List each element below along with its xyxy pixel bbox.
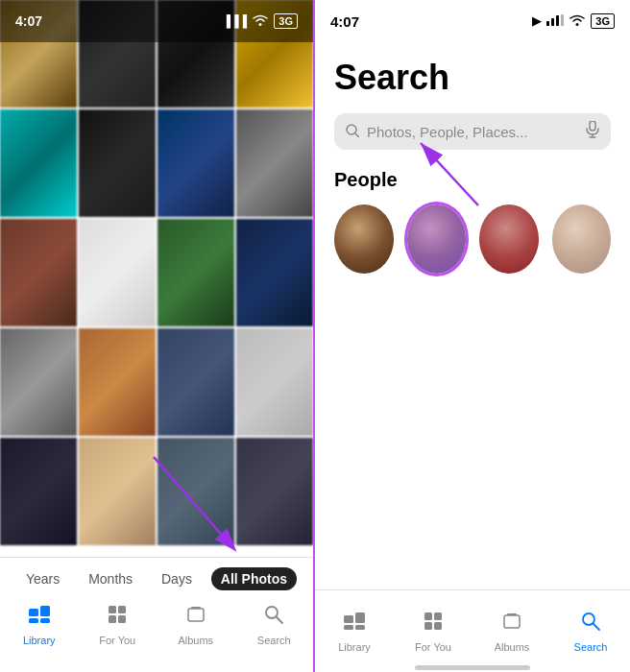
svg-point-19 [576, 23, 579, 26]
for-you-icon [107, 604, 128, 631]
right-tab-library[interactable]: Library [326, 611, 383, 653]
photo-cell [236, 438, 313, 545]
left-tab-items: Library For You [0, 598, 313, 646]
right-albums-icon [501, 611, 522, 637]
photo-cell [236, 328, 313, 436]
svg-rect-27 [344, 615, 353, 623]
svg-rect-15 [546, 21, 549, 26]
svg-point-37 [583, 613, 594, 625]
photo-cell [79, 219, 156, 326]
albums-icon [185, 604, 206, 631]
left-time: 4:07 [15, 13, 42, 29]
right-battery-icon: 3G [591, 13, 615, 29]
svg-rect-12 [191, 607, 201, 609]
battery-icon: 3G [274, 13, 298, 29]
photo-grid [0, 0, 313, 538]
left-tab-library[interactable]: Library [11, 604, 68, 646]
right-tab-library-label: Library [338, 641, 371, 653]
filter-years[interactable]: Years [16, 567, 69, 590]
library-icon [28, 604, 51, 631]
svg-line-14 [277, 617, 282, 623]
person-avatar-2[interactable] [407, 204, 467, 274]
photo-cell [158, 328, 234, 436]
right-tab-bar: Library For You Albums [315, 589, 630, 666]
right-status-icons: ▶ 3G [532, 13, 615, 29]
svg-rect-10 [118, 615, 126, 623]
photo-cell [236, 219, 313, 326]
right-panel: 4:07 ▶ 3G Search [315, 0, 630, 672]
right-wifi-icon [569, 14, 585, 29]
filter-months[interactable]: Months [79, 567, 142, 590]
photo-cell [0, 438, 77, 545]
wifi-icon [253, 14, 268, 29]
left-tab-albums-label: Albums [178, 635, 213, 646]
people-row [334, 204, 611, 274]
right-library-icon [343, 611, 366, 637]
svg-line-21 [355, 133, 359, 137]
svg-rect-32 [434, 612, 442, 620]
right-tab-for-you[interactable]: For You [404, 611, 462, 653]
left-status-icons: ▐▐▐ 3G [223, 13, 298, 29]
svg-rect-11 [188, 609, 204, 621]
left-tab-albums[interactable]: Albums [167, 604, 225, 646]
photo-cell [0, 109, 77, 217]
right-tab-search[interactable]: Search [562, 611, 619, 653]
photo-cell [236, 109, 313, 217]
person-avatar-1[interactable] [334, 204, 394, 274]
photo-cell [79, 109, 156, 217]
svg-rect-17 [556, 15, 559, 26]
right-main-content: Search Photos, People, Places... [315, 42, 630, 589]
right-tab-search-label: Search [574, 641, 608, 653]
person-avatar-4[interactable] [552, 204, 612, 274]
microphone-icon[interactable] [586, 121, 599, 142]
search-bar[interactable]: Photos, People, Places... [334, 113, 611, 150]
people-section: People [334, 169, 611, 274]
svg-rect-36 [507, 613, 517, 615]
svg-rect-18 [561, 14, 564, 26]
svg-rect-22 [590, 121, 595, 131]
people-section-title: People [334, 169, 611, 191]
left-tab-search[interactable]: Search [245, 604, 303, 646]
right-tab-albums[interactable]: Albums [483, 611, 541, 653]
right-tab-for-you-label: For You [415, 641, 451, 653]
filter-days[interactable]: Days [152, 567, 202, 590]
svg-rect-28 [355, 612, 365, 623]
right-search-tab-icon [580, 611, 601, 637]
svg-rect-7 [109, 606, 116, 613]
svg-rect-4 [40, 606, 50, 616]
right-for-you-icon [423, 611, 444, 637]
search-tab-icon-left [263, 604, 284, 631]
left-tab-for-you-label: For You [99, 635, 135, 646]
photo-cell [0, 219, 77, 326]
left-panel: 4:07 ▐▐▐ 3G Years Months Days All Photos [0, 0, 315, 672]
svg-rect-33 [424, 622, 432, 630]
search-icon [346, 124, 359, 140]
right-tab-albums-label: Albums [495, 641, 530, 653]
svg-rect-16 [551, 18, 554, 26]
photo-cell [158, 438, 234, 545]
left-tab-library-label: Library [23, 635, 56, 646]
photo-cell [0, 328, 77, 436]
svg-rect-3 [29, 609, 38, 616]
left-tab-search-label: Search [257, 635, 291, 646]
person-avatar-3[interactable] [479, 204, 539, 274]
home-indicator [315, 666, 630, 672]
right-status-bar: 4:07 ▶ 3G [315, 0, 630, 42]
filter-all-photos[interactable]: All Photos [211, 567, 297, 590]
svg-rect-9 [109, 615, 116, 623]
svg-rect-29 [344, 625, 353, 630]
svg-rect-6 [40, 618, 50, 623]
photo-cell [158, 109, 234, 217]
location-icon: ▶ [532, 14, 541, 28]
photo-cell [79, 438, 156, 545]
right-signal-icon [546, 14, 564, 29]
home-bar [415, 665, 530, 670]
page-title: Search [334, 58, 611, 98]
svg-point-13 [266, 607, 278, 618]
photo-cell [158, 219, 234, 326]
left-tab-for-you[interactable]: For You [88, 604, 146, 646]
svg-rect-34 [434, 622, 442, 630]
search-placeholder-text: Photos, People, Places... [367, 124, 578, 140]
photo-filter-row: Years Months Days All Photos [0, 558, 313, 598]
svg-line-38 [594, 624, 599, 630]
